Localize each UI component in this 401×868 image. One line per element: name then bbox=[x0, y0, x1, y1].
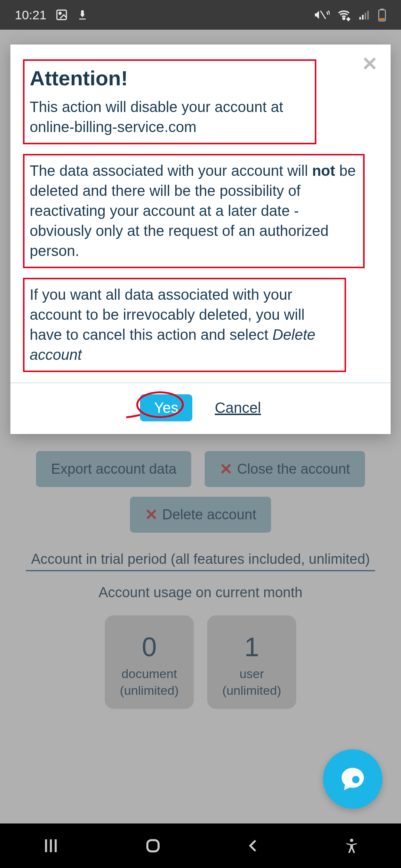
signal-icon bbox=[358, 9, 371, 21]
chat-fab[interactable] bbox=[323, 749, 382, 809]
svg-line-3 bbox=[320, 11, 326, 19]
battery-low-icon bbox=[378, 8, 386, 22]
back-button[interactable] bbox=[245, 836, 261, 855]
annotation-box-2: The data associated with your account wi… bbox=[23, 154, 365, 268]
android-nav-bar bbox=[0, 823, 401, 868]
p3-a: If you want all data associated with you… bbox=[30, 286, 304, 343]
svg-rect-9 bbox=[367, 11, 369, 20]
svg-rect-17 bbox=[147, 840, 159, 851]
svg-point-13 bbox=[352, 776, 359, 783]
p2-a: The data associated with your account wi… bbox=[30, 162, 312, 179]
status-bar: 10:21 + bbox=[0, 0, 401, 30]
svg-rect-11 bbox=[381, 9, 384, 10]
modal-divider bbox=[10, 382, 391, 383]
home-button[interactable] bbox=[143, 836, 163, 855]
modal-actions: Yes Cancel bbox=[23, 394, 378, 421]
wifi-icon: + bbox=[336, 9, 351, 21]
svg-rect-12 bbox=[379, 18, 385, 20]
modal-title: Attention! bbox=[30, 66, 310, 90]
svg-point-1 bbox=[59, 12, 61, 14]
modal-paragraph-3: If you want all data associated with you… bbox=[30, 285, 339, 365]
yes-button[interactable]: Yes bbox=[140, 394, 192, 421]
modal-paragraph-2: The data associated with your account wi… bbox=[30, 161, 358, 261]
svg-rect-7 bbox=[362, 15, 363, 20]
svg-rect-6 bbox=[359, 17, 361, 20]
attention-modal: ✕ Attention! This action will disable yo… bbox=[10, 45, 391, 434]
annotation-box-3: If you want all data associated with you… bbox=[23, 278, 346, 372]
svg-text:+: + bbox=[347, 16, 350, 21]
modal-line1: This action will disable your account at… bbox=[30, 97, 310, 137]
status-right: + bbox=[313, 8, 386, 22]
mute-vibrate-icon bbox=[313, 9, 330, 21]
cancel-link[interactable]: Cancel bbox=[215, 400, 261, 416]
download-icon bbox=[77, 9, 88, 21]
recent-apps-button[interactable] bbox=[41, 836, 61, 855]
image-icon bbox=[55, 9, 68, 21]
svg-rect-8 bbox=[365, 13, 366, 19]
svg-rect-2 bbox=[79, 19, 86, 20]
status-left: 10:21 bbox=[15, 8, 88, 22]
status-time: 10:21 bbox=[15, 8, 46, 22]
yes-button-wrap: Yes bbox=[140, 394, 192, 421]
p2-bold: not bbox=[312, 162, 335, 179]
chat-bubble-icon bbox=[338, 764, 368, 794]
accessibility-button[interactable] bbox=[343, 836, 360, 855]
svg-point-18 bbox=[350, 839, 353, 842]
svg-point-4 bbox=[343, 18, 345, 20]
annotation-box-1: Attention! This action will disable your… bbox=[23, 59, 316, 144]
close-icon[interactable]: ✕ bbox=[362, 54, 378, 73]
svg-rect-0 bbox=[57, 10, 66, 20]
